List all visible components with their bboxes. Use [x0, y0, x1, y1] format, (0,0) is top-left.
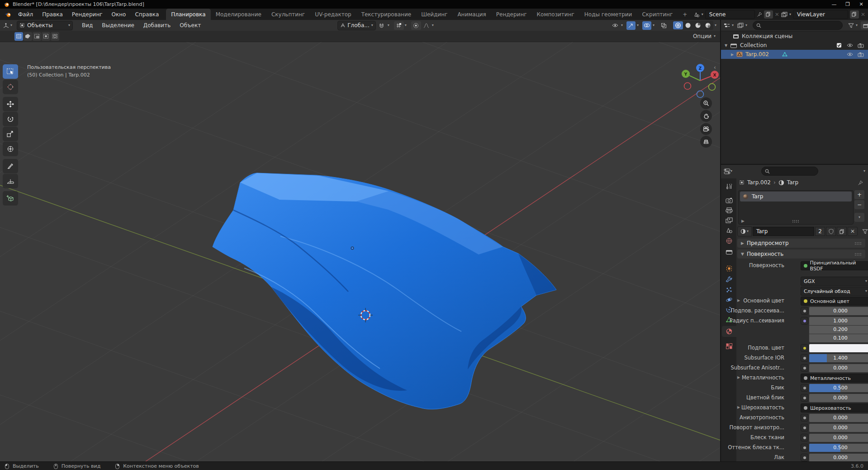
panel-preview[interactable]: ▶ Предпросмотр	[737, 239, 865, 248]
viewlayer-selector[interactable]: ▾ ViewLayer ✕	[781, 10, 865, 19]
outliner-search-input[interactable]	[753, 21, 843, 30]
add-slot-button[interactable]: +	[854, 190, 864, 199]
workspace-tab[interactable]: Шейдинг	[416, 9, 452, 20]
workspace-tab[interactable]: Анимация	[452, 9, 491, 20]
camera-toggle-icon[interactable]	[855, 52, 866, 57]
color-swatch[interactable]	[809, 344, 868, 353]
tool-add-cube-button[interactable]	[3, 191, 18, 206]
outliner-row[interactable]: Коллекция сцены	[721, 32, 868, 41]
properties-tab-texture[interactable]	[722, 341, 736, 351]
input-socket-button[interactable]	[801, 414, 808, 422]
users-count-button[interactable]: 2	[815, 227, 825, 236]
value-slider[interactable]: 0.500	[809, 384, 868, 393]
value-slider[interactable]: 0.000	[809, 393, 868, 403]
disclosure-down-icon[interactable]: ▼	[725, 43, 730, 48]
show-overlays-icon[interactable]	[642, 21, 651, 30]
input-socket-button[interactable]	[801, 344, 808, 352]
scene-canvas[interactable]	[0, 42, 720, 461]
input-socket-button[interactable]	[801, 424, 808, 432]
input-socket-button[interactable]	[801, 454, 808, 461]
properties-tab-render[interactable]	[722, 195, 736, 206]
expander-icon[interactable]: ▶	[737, 375, 740, 379]
value-slider[interactable]: 0.500	[809, 443, 868, 452]
input-socket-button[interactable]	[801, 364, 808, 372]
select-dropdown[interactable]: GGX▾	[801, 277, 868, 286]
input-socket-button[interactable]	[801, 394, 808, 402]
properties-tab-particles[interactable]	[722, 284, 736, 295]
properties-tab-tool[interactable]	[722, 181, 736, 192]
expander-icon[interactable]: ▶	[737, 405, 740, 409]
properties-tab-world[interactable]	[722, 235, 736, 246]
tool-select-box-button[interactable]	[3, 64, 18, 79]
workspace-tab[interactable]: +	[678, 9, 692, 20]
workspace-tab[interactable]: Рендеринг	[491, 9, 532, 20]
zoom-view-button[interactable]	[700, 97, 712, 109]
select-mode-intersect-button[interactable]	[51, 32, 59, 41]
camera-view-button[interactable]	[700, 123, 712, 135]
outliner-row[interactable]: ▼Collection	[721, 41, 868, 50]
material-name-field[interactable]: Tarp	[753, 227, 814, 236]
input-socket-button[interactable]	[801, 307, 808, 315]
fake-user-shield-icon[interactable]	[826, 227, 836, 236]
vector-value-field[interactable]: 0.100	[809, 334, 868, 343]
viewlayer-name-field[interactable]: ViewLayer	[793, 10, 848, 19]
workspace-tab[interactable]: Планировка	[166, 9, 210, 20]
properties-tab-collection[interactable]	[722, 246, 736, 257]
vector-value-field[interactable]: 1.000	[809, 317, 868, 326]
tool-transform-button[interactable]	[3, 142, 18, 156]
viewport-3d[interactable]: ▾ Объекты ▾ ВидВыделениеДобавитьОбъект Г…	[0, 20, 720, 461]
expander-icon[interactable]: ▶	[737, 298, 740, 302]
select-mode-set-button[interactable]	[14, 32, 23, 41]
properties-tab-material[interactable]	[722, 326, 736, 337]
shading-wireframe-button[interactable]	[673, 21, 683, 29]
input-socket-button[interactable]	[801, 384, 808, 392]
material-slot-row[interactable]: Tarp	[740, 192, 852, 201]
camera-toggle-icon[interactable]	[855, 43, 866, 48]
show-gizmo-icon[interactable]	[626, 21, 636, 30]
input-socket-button[interactable]	[801, 444, 808, 451]
pin-icon[interactable]	[858, 180, 863, 186]
tool-cursor-button[interactable]	[3, 80, 18, 94]
select-mode-invert-button[interactable]	[42, 32, 50, 41]
properties-tab-view-layer[interactable]	[722, 215, 736, 225]
pan-view-button[interactable]	[700, 110, 712, 122]
outliner-item-label[interactable]: Коллекция сцены	[742, 33, 792, 39]
attribute-field[interactable]: Основной цвет	[801, 297, 868, 306]
breadcrumb-material[interactable]: Tarp	[787, 179, 798, 186]
pin-icon[interactable]	[757, 12, 762, 17]
checkbox-toggle-icon[interactable]	[834, 43, 844, 48]
browse-material-button[interactable]: ▾	[737, 226, 752, 236]
eye-toggle-icon[interactable]	[844, 43, 855, 48]
viewport-menu-item[interactable]: Добавить	[139, 20, 175, 31]
menubar-item[interactable]: Файл	[14, 9, 38, 20]
tool-rotate-button[interactable]	[3, 112, 18, 126]
sidebar-collapse-icon[interactable]: ‹	[714, 64, 716, 71]
menubar-item[interactable]: Окно	[107, 9, 131, 20]
close-button[interactable]: ✕	[854, 0, 868, 9]
copy-icon[interactable]	[850, 10, 859, 19]
viewport-menu-item[interactable]: Объект	[175, 20, 205, 31]
slot-specials-button[interactable]: ▾	[854, 213, 864, 222]
shading-rendered-button[interactable]	[703, 21, 713, 29]
snap-magnet-icon[interactable]	[377, 21, 387, 30]
tool-measure-button[interactable]	[3, 174, 18, 188]
select-mode-extend-button[interactable]	[24, 32, 32, 41]
breadcrumb-object[interactable]: Tarp.002	[747, 179, 771, 186]
mode-dropdown[interactable]: Объекты ▾	[17, 21, 73, 30]
properties-tab-object[interactable]	[722, 263, 736, 273]
disclosure-right-icon[interactable]: ▶	[731, 53, 736, 57]
transform-orientation-dropdown[interactable]: Глоба...▾	[337, 21, 376, 30]
properties-tab-output[interactable]	[722, 205, 736, 216]
orthographic-toggle-button[interactable]	[700, 136, 712, 148]
shading-material-button[interactable]	[693, 21, 703, 29]
menubar-item[interactable]: Рендеринг	[67, 9, 107, 20]
proportional-editing-icon[interactable]	[411, 21, 421, 30]
select-dropdown[interactable]: Случайный обход▾	[801, 287, 868, 296]
workspace-tab[interactable]: Композитинг	[532, 9, 579, 20]
workspace-tab[interactable]: Моделирование	[211, 9, 266, 20]
blender-menu-icon[interactable]	[5, 11, 12, 18]
tarp-object[interactable]	[213, 173, 556, 409]
workspace-tab[interactable]: Скульптинг	[266, 9, 310, 20]
input-socket-button[interactable]	[801, 354, 808, 362]
slot-list-expand-icon[interactable]: ▶	[741, 219, 745, 223]
